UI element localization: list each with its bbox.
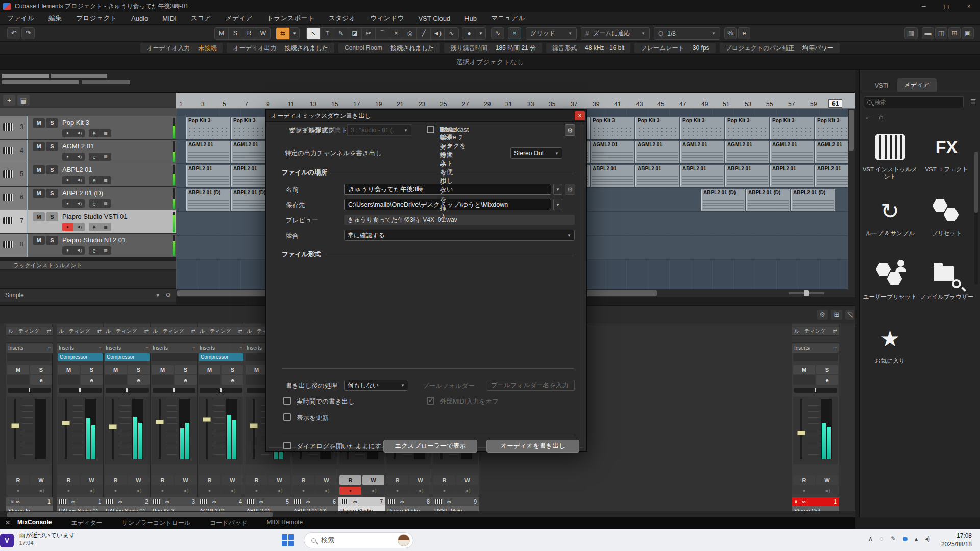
record-enable-button[interactable]: ● (62, 199, 74, 208)
menu-item[interactable]: メディア (218, 14, 260, 23)
audio-event-clip[interactable]: ABPL2 01 (D) (791, 189, 835, 211)
read-automation-button[interactable]: R (793, 475, 815, 485)
fader-cap[interactable] (203, 417, 211, 422)
audio-event-clip[interactable]: AGML2 01 (770, 141, 814, 163)
instrument-editor-button[interactable]: ▦ (100, 246, 111, 255)
channel-number-row[interactable]: ∞ 1 (57, 497, 104, 506)
show-in-explorer-button[interactable]: エクスプローラーで表示 (383, 440, 477, 453)
dialog-close-button[interactable]: × (575, 111, 585, 120)
media-search-box[interactable]: 検索 (864, 96, 964, 108)
audio-event-clip[interactable]: ABPL2 01 (D) (701, 189, 745, 211)
track-row[interactable]: 8 M S Piapro Studio NT2 01 ● ◄) e ▦ (0, 234, 176, 257)
track-preset-row[interactable]: Simple ▾ ⚙ (0, 288, 176, 302)
channel-record-button[interactable]: ● (292, 487, 314, 495)
track-row[interactable]: 4 M S AGML2 01 ● ◄) e ▦ (0, 140, 176, 163)
media-tile[interactable]: FX VST エフェクト (918, 131, 975, 195)
quantize-value-dropdown[interactable]: Q 1/8▼ (654, 27, 720, 40)
right-zone-tab[interactable]: メディア (897, 78, 937, 92)
home-icon[interactable]: ⌂ (879, 113, 883, 121)
write-automation-button[interactable]: W (222, 475, 243, 485)
window-layout-button-2[interactable]: ◫ (935, 27, 947, 39)
window-layout-button-1[interactable]: ▬ (922, 27, 934, 39)
quantize-grid-dropdown[interactable]: # ズームに適応▼ (581, 27, 650, 40)
audio-event-clip[interactable]: Pop Kit 3 (591, 117, 634, 139)
name-settings-gear-icon[interactable]: ⚙ (565, 184, 575, 195)
routing-slot[interactable] (792, 336, 839, 343)
swing-button[interactable]: % (724, 27, 737, 39)
save-path-input[interactable]: C:\Users\malib\OneDrive\デスクトップ\ゆうと\Mixdo… (344, 199, 551, 210)
channel-number-row[interactable]: ⇥ ∞ 1 (6, 497, 53, 506)
channel-edit-button[interactable]: e (816, 375, 838, 385)
edit-channel-button[interactable]: e (89, 129, 100, 137)
network-icon[interactable]: ▴ (915, 535, 918, 542)
tool-button[interactable]: ✎ (334, 28, 348, 39)
pan-control[interactable] (106, 388, 149, 393)
routing-header[interactable]: ルーティング⇄ (198, 327, 244, 336)
audio-event-clip[interactable]: Pop Kit 3 (635, 117, 679, 139)
status-item[interactable]: フレームレート 30 fps (634, 43, 715, 53)
track-mute-button[interactable]: M (33, 165, 45, 174)
audio-event-clip[interactable]: Pop Kit 3 (725, 117, 769, 139)
monitor-button[interactable]: ◄) (74, 246, 85, 255)
track-solo-button[interactable]: S (46, 142, 58, 151)
bluetooth-icon[interactable] (903, 537, 908, 541)
taskbar-search-box[interactable]: 検索 (304, 532, 413, 548)
channel-edit-button[interactable]: e (30, 375, 52, 385)
media-tile[interactable]: ↻ ループ & サンプル (862, 195, 918, 259)
channel-monitor-button[interactable]: ◄) (409, 487, 431, 495)
audio-event-clip[interactable]: AGML2 01 (591, 141, 634, 163)
edit-channel-button[interactable]: e (89, 176, 100, 184)
channel-record-button[interactable]: ● (386, 487, 408, 495)
minimize-button[interactable]: ─ (913, 0, 935, 12)
tray-chevron-icon[interactable]: ∧ (868, 535, 873, 542)
track-row[interactable]: 7 M S Piapro Studio VSTi 01 ● ◄) e ▦ (0, 210, 176, 234)
taskbar-app-icon[interactable]: V (0, 534, 14, 547)
mixer-output-channel[interactable]: ルーティング⇄ Inserts≡ M S e (792, 324, 839, 510)
write-automation-button[interactable]: W (30, 475, 52, 485)
menu-item[interactable]: スコア (184, 14, 218, 23)
conflict-dropdown[interactable]: 常に確認する▼ (344, 230, 575, 241)
start-button[interactable] (282, 534, 294, 546)
setup-toolbar-button[interactable]: ▦ (904, 27, 918, 39)
routing-header[interactable]: ルーティング⇄ (6, 327, 53, 336)
external-midi-off-checkbox[interactable] (427, 397, 434, 405)
channel-monitor-button[interactable]: ◄) (268, 487, 290, 495)
msrw-button[interactable]: M (215, 28, 229, 39)
audio-event-clip[interactable]: ABPL2 01 (680, 165, 724, 187)
record-enable-button[interactable]: ● (62, 129, 74, 137)
open-in-window-icon[interactable]: ⊞ (831, 310, 842, 320)
media-tile[interactable]: プリセット (918, 195, 975, 259)
timeline-ruler[interactable]: 1357911131517192123252729313335373941434… (176, 93, 855, 109)
media-tile[interactable]: ユーザープリセット (862, 259, 918, 322)
fader-cap[interactable] (62, 421, 70, 425)
panel-scrollbar[interactable] (974, 152, 978, 284)
channel-edit-button[interactable]: e (81, 375, 103, 385)
insert-slot[interactable]: Compressor (58, 353, 103, 361)
write-automation-button[interactable]: W (409, 475, 431, 485)
insert-slot[interactable]: Compressor (199, 353, 243, 361)
write-automation-button[interactable]: W (456, 475, 478, 485)
monitor-button[interactable]: ◄) (74, 223, 85, 231)
instrument-editor-button[interactable]: ▦ (100, 223, 111, 231)
inserts-header[interactable]: Inserts≡ (6, 344, 53, 353)
maximize-button[interactable]: ▢ (935, 0, 958, 12)
tool-button[interactable]: ⌒ (376, 28, 389, 39)
routing-slot[interactable] (151, 336, 198, 343)
insert-slot[interactable] (793, 353, 838, 361)
lower-zone-tab[interactable]: コードパッド (210, 519, 247, 528)
routing-header[interactable]: ルーティング⇄ (151, 327, 198, 336)
audio-event-clip[interactable]: AGML2 01 (725, 141, 769, 163)
msrw-button[interactable]: W (256, 28, 270, 39)
media-tile[interactable]: VST インストゥルメント (862, 131, 918, 195)
channel-number-row[interactable]: ∞ 7 (338, 497, 385, 506)
monitor-button[interactable]: ◄) (74, 153, 85, 161)
record-enable-button[interactable]: ● (62, 153, 74, 161)
expand-icon[interactable]: ◹ (845, 310, 854, 320)
audio-event-clip[interactable]: Pop Kit 3 (186, 117, 230, 139)
track-name[interactable]: Piapro Studio NT2 01 (62, 236, 126, 244)
channel-record-button[interactable]: ● (7, 487, 29, 495)
track-name[interactable]: Piapro Studio VSTi 01 (62, 213, 127, 220)
channel-mute-button[interactable]: M (199, 365, 220, 374)
mixer-channel[interactable]: ルーティング⇄ Inserts≡ M S e (151, 324, 198, 510)
channel-record-button[interactable]: ● (58, 487, 80, 495)
